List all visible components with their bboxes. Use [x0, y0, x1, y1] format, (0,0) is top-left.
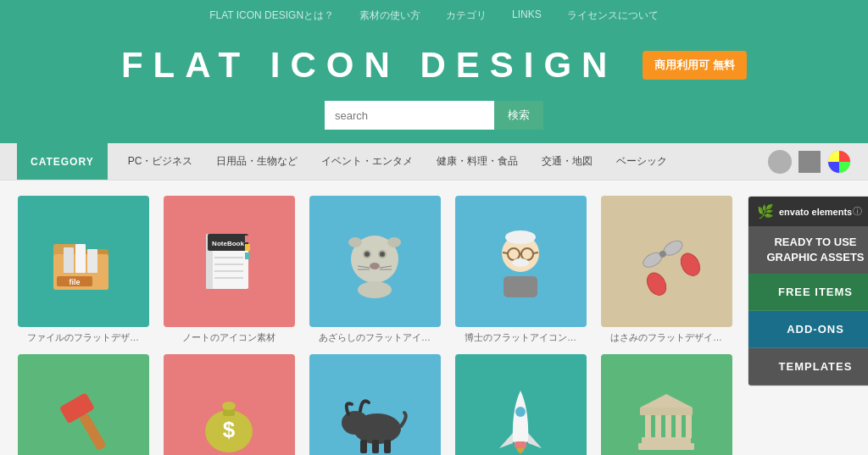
list-item[interactable]: あざらしのフラットアイ…: [307, 196, 442, 344]
list-item[interactable]: 博士のフラットアイコン…: [453, 196, 588, 344]
svg-rect-67: [640, 408, 693, 415]
nav-item-links[interactable]: LINKS: [512, 8, 542, 23]
envato-logo: 🌿 envato elements: [757, 203, 852, 219]
svg-rect-65: [676, 414, 682, 438]
svg-point-34: [505, 230, 536, 244]
svg-point-32: [358, 281, 392, 298]
cat-daily[interactable]: 日用品・生物など: [204, 143, 309, 180]
svg-point-51: [222, 402, 236, 410]
envato-addons-button[interactable]: ADD-ONS: [748, 311, 868, 348]
svg-rect-62: [645, 414, 651, 438]
svg-point-26: [380, 252, 385, 257]
svg-rect-61: [642, 437, 691, 444]
free-badge: 商用利用可 無料: [643, 51, 747, 80]
category-label: CATEGORY: [17, 143, 108, 180]
search-button[interactable]: 検索: [494, 101, 543, 130]
list-item[interactable]: スペースシャトルのフラ…: [453, 354, 588, 455]
svg-point-54: [342, 411, 369, 435]
svg-point-40: [512, 258, 529, 267]
icon-label: ノートのアイコン素材: [182, 331, 275, 344]
svg-point-45: [643, 269, 670, 298]
svg-line-39: [533, 252, 538, 253]
envato-info-icon[interactable]: ⓘ: [853, 205, 862, 218]
envato-free-button[interactable]: FREE ITEMS: [748, 274, 868, 311]
svg-point-46: [677, 250, 704, 279]
hero-section: FLAT ICON DESIGN 商用利用可 無料: [0, 30, 868, 94]
svg-rect-64: [665, 414, 671, 438]
main-content: file ファイルのフラットデザ… NoteBook: [0, 180, 868, 455]
svg-text:file: file: [69, 278, 80, 286]
list-item[interactable]: 無料の黒牛のフラット…: [307, 354, 442, 455]
site-title: FLAT ICON DESIGN: [121, 45, 618, 86]
svg-rect-56: [372, 440, 379, 453]
list-item[interactable]: ギリシャのパルテノン換…: [598, 354, 734, 455]
svg-rect-17: [245, 236, 250, 242]
nav-item-category[interactable]: カテゴリ: [446, 8, 487, 23]
cat-color-icons: [768, 150, 851, 174]
color-circle-gray[interactable]: [768, 150, 792, 174]
header: FLAT ICON DESIGNとは？ 素材の使い方 カテゴリ LINKS ライ…: [0, 0, 868, 143]
svg-rect-47: [79, 413, 107, 451]
color-circle-rainbow[interactable]: [827, 150, 851, 174]
envato-leaf-icon: 🌿: [757, 203, 774, 219]
envato-tagline: READY TO USEGRAPHIC ASSETS: [748, 226, 868, 274]
svg-marker-68: [640, 394, 693, 408]
icon-label: 博士のフラットアイコン…: [465, 331, 576, 344]
icon-label: はさみのフラットデザイ…: [610, 331, 722, 344]
sidebar: 🌿 envato elements ⓘ × READY TO USEGRAPHI…: [748, 196, 868, 455]
cat-basic[interactable]: ベーシック: [604, 143, 679, 180]
list-item[interactable]: file ファイルのフラットデザ…: [15, 196, 151, 344]
svg-text:NoteBook: NoteBook: [212, 240, 244, 247]
icon-grid: file ファイルのフラットデザ… NoteBook: [15, 196, 734, 455]
nav-item-license[interactable]: ライセンスについて: [567, 8, 659, 23]
category-bar: CATEGORY PC・ビジネス 日用品・生物など イベント・エンタメ 健康・料…: [0, 143, 868, 180]
svg-rect-5: [75, 244, 86, 273]
envato-templates-button[interactable]: TEMPLATES: [748, 348, 868, 386]
list-item[interactable]: $ ドル袋のフラットアイコ…: [161, 354, 297, 455]
svg-text:$: $: [223, 417, 236, 442]
svg-rect-63: [655, 414, 661, 438]
search-bar: 検索: [0, 94, 868, 143]
nav-item-usage[interactable]: 素材の使い方: [359, 8, 420, 23]
svg-point-58: [515, 407, 526, 417]
list-item[interactable]: はさみのフラットデザイ…: [598, 196, 734, 344]
svg-point-21: [348, 237, 362, 247]
icon-label: ファイルのフラットデザ…: [27, 331, 139, 344]
cat-pc-business[interactable]: PC・ビジネス: [116, 143, 205, 180]
svg-point-27: [370, 263, 380, 269]
list-item[interactable]: ハンマー（とんかも）の…: [15, 354, 151, 455]
svg-rect-57: [384, 440, 391, 453]
cat-event[interactable]: イベント・エンタメ: [309, 143, 425, 180]
svg-rect-19: [245, 252, 250, 259]
envato-banner: 🌿 envato elements ⓘ × READY TO USEGRAPHI…: [748, 196, 868, 386]
cat-health[interactable]: 健康・料理・食品: [425, 143, 530, 180]
svg-rect-41: [504, 276, 537, 297]
svg-point-25: [364, 252, 370, 257]
search-input[interactable]: [325, 101, 494, 130]
svg-rect-55: [360, 440, 367, 453]
svg-rect-59: [515, 441, 526, 448]
nav-item-about[interactable]: FLAT ICON DESIGNとは？: [209, 8, 334, 23]
envato-logo-text: envato elements: [779, 207, 852, 217]
svg-line-38: [503, 252, 508, 253]
svg-rect-66: [686, 414, 692, 438]
icon-label: あざらしのフラットアイ…: [319, 331, 431, 344]
envato-header: 🌿 envato elements ⓘ ×: [748, 197, 868, 226]
svg-rect-4: [64, 247, 74, 273]
svg-rect-60: [638, 443, 694, 450]
svg-rect-18: [245, 244, 250, 251]
top-nav: FLAT ICON DESIGNとは？ 素材の使い方 カテゴリ LINKS ライ…: [0, 0, 868, 30]
svg-rect-6: [87, 249, 97, 273]
color-square-dark[interactable]: [798, 151, 821, 173]
list-item[interactable]: NoteBook ノートのアイコン素材: [161, 196, 297, 344]
cat-transport[interactable]: 交通・地図: [530, 143, 604, 180]
svg-point-22: [387, 237, 401, 247]
